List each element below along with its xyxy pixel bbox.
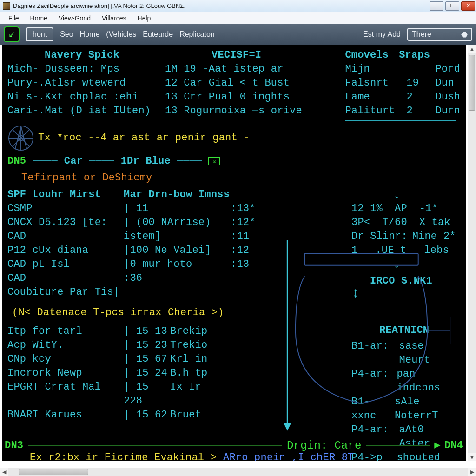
scroll-left-icon[interactable]: ◀	[0, 468, 8, 476]
toolbar-vehicles[interactable]: (Vehicles	[106, 30, 136, 39]
menu-villarces[interactable]: Villarces	[96, 13, 132, 23]
toolbar-est-add-label: Est my Add	[363, 30, 401, 39]
scroll-down-icon[interactable]: ▼	[468, 453, 476, 461]
instruction-text: Tx *roc --4 ar ast ar penir gant -	[38, 131, 250, 145]
wheel-icon	[7, 125, 34, 152]
nav-car: Car	[64, 154, 83, 168]
hont-button[interactable]: hont	[26, 27, 53, 41]
table-row: Incrork Newp| 15 24B.h tp	[7, 366, 282, 380]
mid-row: 1M 19 -Aat istep ar	[165, 62, 345, 76]
nav-row: DN5 ──── Car ──── 1Dr Blue ──── ✉	[7, 154, 460, 168]
command-line[interactable]: Ex r2:bx ir Ficrime Evakinal > ARro_pnei…	[30, 451, 354, 461]
table-row: CADistem]:11	[7, 230, 282, 244]
table-row: CAD pL Isl|0 mur-hoto:13	[7, 258, 282, 271]
list-item: B1-ar:sase Meurt	[351, 339, 460, 367]
mid-banner: (N< Datenace T-pcs irrax Cheria >)	[12, 306, 282, 320]
right-header: CmovelsSraps	[345, 48, 460, 62]
right-row: Falsnrt19Dun	[345, 76, 460, 90]
bottom-table: Itp for tarl| 15 13Brekip Acp WitY.| 15 …	[7, 324, 282, 422]
instruction-row: Tx *roc --4 ar ast ar penir gant -	[7, 125, 460, 152]
close-button[interactable]: ✕	[461, 1, 475, 11]
list-item: P4-ar:pan indcbos	[351, 367, 460, 395]
mid-row: 13 Crr Pual 0 inghts	[165, 90, 345, 104]
left-header: Navery Spick	[7, 48, 165, 62]
menu-help[interactable]: Help	[132, 13, 157, 23]
scroll-thumb[interactable]	[19, 469, 88, 475]
horizontal-scrollbar[interactable]: ◀ ▶	[0, 468, 476, 476]
nav-drblue: 1Dr Blue	[121, 154, 171, 168]
metric-row: Dr Slinr:Mine 2*	[351, 230, 460, 244]
toolbar: ↙ hont Seo Home (Vehicles Eutearde Repli…	[0, 24, 476, 45]
left-row: Cari-.Mat (D iat IUten)	[7, 104, 165, 118]
table-row: P12 cUx diana|100 Ne Valei]:12	[7, 244, 282, 258]
menu-home[interactable]: Home	[25, 13, 53, 23]
toolbar-seo[interactable]: Seo	[60, 30, 73, 39]
mid-row: 12 Car Gial < t Bust	[165, 76, 345, 90]
table-row: CNp kcy| 15 67Krl in	[7, 352, 282, 366]
double-arrow-icon: ↕	[351, 288, 460, 298]
envelope-icon[interactable]: ✉	[208, 157, 220, 165]
metric-row: 3P<T/60X tak	[351, 216, 460, 230]
nav-left-label[interactable]: DN5	[7, 154, 26, 168]
metric-row: 1.UE tlebs	[351, 244, 460, 258]
left-row: Mich- Dusseen: Mps	[7, 62, 165, 76]
toolbar-replication[interactable]: Replicaton	[179, 30, 215, 39]
top-summary: Navery Spick Mich- Dusseen: Mps Pury-.At…	[7, 48, 460, 124]
data-table: SPF touhr Mirst Mar Drn-bow Imnss CSMP| …	[7, 188, 282, 299]
terminal-pane[interactable]: Navery Spick Mich- Dusseen: Mps Pury-.At…	[2, 45, 466, 461]
window-titlebar: Dagnies ZacilDeople arciwnie ation] |.VA…	[0, 0, 476, 12]
arrow-down-icon: ↓	[393, 258, 460, 271]
minimize-button[interactable]: —	[430, 1, 443, 11]
divider	[345, 120, 456, 121]
metric-row: 12 1%AP-1*	[351, 202, 460, 216]
table-row: EPGRT Crrat Mal| 15 228Ix Ir	[7, 380, 282, 408]
search-input[interactable]: There ⬣	[407, 28, 472, 41]
reaction-title: REATNICN	[379, 324, 460, 337]
search-placeholder: There	[412, 30, 431, 39]
window-title: Dagnies ZacilDeople arciwnie ation] |.VA…	[13, 2, 429, 9]
right-row: Paliturt2Durn	[345, 104, 460, 118]
status-right[interactable]: DN4	[444, 439, 463, 453]
table-footer: Coubiture Par Tis|	[7, 285, 282, 299]
maximize-button[interactable]: ☐	[445, 1, 459, 11]
arrow-down-icon: ↓	[393, 188, 460, 202]
cmd-entry[interactable]: ARro_pnein ,I_chER_8T	[223, 451, 354, 461]
status-left[interactable]: DN3	[5, 439, 23, 453]
scroll-right-icon[interactable]: ▶	[468, 468, 476, 476]
menubar: File Home View-Gond Villarces Help	[0, 12, 476, 24]
table-header: SPF touhr Mirst Mar Drn-bow Imnss	[7, 188, 282, 202]
table-row: CNCX D5.123 [te:| (00 NArrise):12*	[7, 216, 282, 230]
app-icon	[3, 2, 10, 10]
table-row: BNARI Karues| 15 62Bruet	[7, 408, 282, 422]
right-panel: ↓ 12 1%AP-1* 3P<T/60X tak Dr Slinr:Mine …	[282, 188, 460, 461]
content-area: Navery Spick Mich- Dusseen: Mps Pury-.At…	[0, 45, 476, 461]
table-row: CSMP| 11:13*	[7, 202, 282, 216]
vertical-scrollbar[interactable]: ▲ ▼	[468, 45, 476, 461]
table-row: Itp for tarl| 15 13Brekip	[7, 324, 282, 338]
toolbar-home[interactable]: Home	[80, 30, 100, 39]
arrow-right-icon: ▶	[434, 439, 440, 453]
right-row: Lame2Dush	[345, 90, 460, 104]
mid-header: VECISF=I	[165, 48, 345, 62]
left-row: Pury-.Atlsr wtewerd	[7, 76, 165, 90]
menu-file[interactable]: File	[3, 13, 25, 23]
menu-view[interactable]: View-Gond	[53, 13, 96, 23]
table-row: CAD:36	[7, 271, 282, 285]
scroll-thumb[interactable]	[469, 55, 475, 111]
section-title: Tefirpant or DeShicmy	[7, 171, 460, 185]
list-item: B1-xxncsAle NoterrT	[351, 395, 460, 423]
app-glyph-icon[interactable]: ↙	[4, 26, 20, 42]
search-icon: ⬣	[461, 30, 468, 39]
mid-row: 13 Rogurmoixa —s orive	[165, 104, 345, 118]
toolbar-eutearde[interactable]: Eutearde	[143, 30, 173, 39]
left-row: Ni s-.Kxt chplac :ehi	[7, 90, 165, 104]
scroll-up-icon[interactable]: ▲	[468, 45, 476, 53]
irco-label: IRCO S.NK1	[370, 274, 460, 288]
right-row: MijnPord	[345, 62, 460, 76]
cmd-prompt: Ex r2:bx ir Ficrime Evakinal >	[30, 451, 217, 461]
table-row: Acp WitY.| 15 23Trekio	[7, 338, 282, 352]
